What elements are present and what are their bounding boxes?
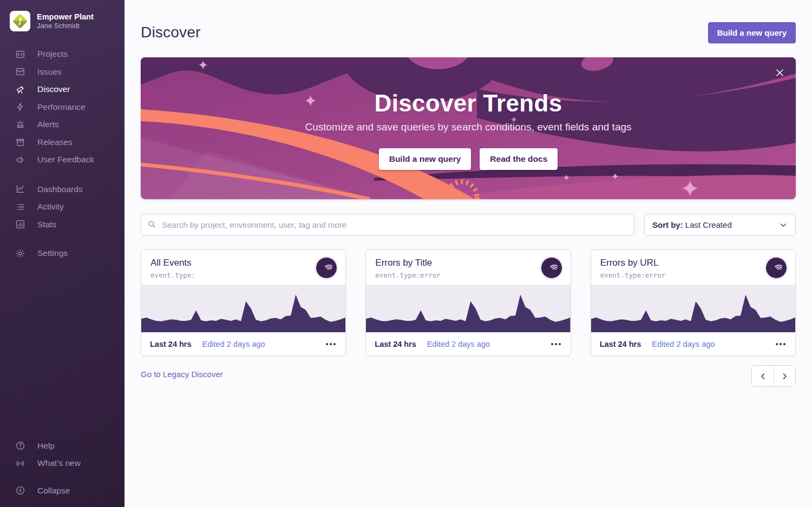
nav-section-divider xyxy=(0,233,125,245)
chevron-down-icon xyxy=(779,221,788,229)
close-icon xyxy=(775,68,785,78)
banner-title: Discover Trends xyxy=(375,90,562,117)
sidebar-item-whats-new[interactable]: What’s new xyxy=(0,455,125,472)
chevron-left-icon xyxy=(759,372,767,380)
card-edited-link[interactable]: Edited 2 days ago xyxy=(652,340,715,348)
ellipsis-menu-button[interactable] xyxy=(550,340,562,348)
broadcast-icon xyxy=(15,458,25,469)
search-input[interactable] xyxy=(141,214,634,236)
org-user-name: Jane Schmidt xyxy=(37,22,94,30)
card-title: All Events xyxy=(150,258,195,268)
chevron-right-icon xyxy=(781,372,789,380)
bar-chart-icon xyxy=(15,219,25,230)
sidebar-item-user-feedback[interactable]: User Feedback xyxy=(0,151,125,169)
megaphone-icon xyxy=(15,154,25,165)
sidebar-item-stats[interactable]: Stats xyxy=(0,216,125,234)
query-card-all-events[interactable]: All Events event.type: Last 24 hrs Edite… xyxy=(141,249,346,356)
chevron-left-circle-icon xyxy=(15,485,25,496)
card-footer: Last 24 hrs Edited 2 days ago xyxy=(591,332,795,355)
ellipsis-menu-button[interactable] xyxy=(775,340,787,348)
next-page-button[interactable] xyxy=(774,366,795,386)
gear-icon xyxy=(15,248,25,259)
query-card-errors-by-title[interactable]: Errors by Title event.type:error Last 24… xyxy=(365,249,571,356)
sidebar-item-label: User Feedback xyxy=(37,155,94,164)
sidebar-item-dashboards[interactable]: Dashboards xyxy=(0,181,125,199)
card-query: event.type:error xyxy=(600,271,665,279)
sidebar-item-label: Projects xyxy=(37,49,68,59)
card-title: Errors by Title xyxy=(375,258,440,268)
sidebar-item-help[interactable]: Help xyxy=(0,437,125,455)
sidebar-item-alerts[interactable]: Alerts xyxy=(0,116,125,134)
card-header: Errors by URL event.type:error xyxy=(591,250,795,285)
banner-buttons: Build a new query Read the docs xyxy=(379,148,558,170)
issues-icon xyxy=(15,67,25,77)
question-circle-icon xyxy=(15,440,25,451)
card-edited-link[interactable]: Edited 2 days ago xyxy=(202,340,265,348)
discover-trends-banner: Discover Trends Customize and save queri… xyxy=(141,57,796,199)
sidebar-nav: Projects Issues Discover Performance Ale… xyxy=(0,45,125,262)
previous-page-button[interactable] xyxy=(752,366,774,386)
org-switcher[interactable]: Empower Plant Jane Schmidt xyxy=(0,9,125,37)
line-chart-icon xyxy=(15,184,25,195)
ellipsis-menu-button[interactable] xyxy=(325,340,337,348)
projects-icon xyxy=(15,49,25,60)
card-header-text: Errors by URL event.type:error xyxy=(600,258,665,279)
sidebar-item-label: Help xyxy=(37,441,55,451)
sidebar-item-label: Dashboards xyxy=(37,185,83,194)
sort-value: Last Created xyxy=(683,220,732,229)
org-name: Empower Plant xyxy=(37,12,94,22)
card-header: All Events event.type: xyxy=(141,250,345,285)
banner-subtitle: Customize and save queries by search con… xyxy=(305,121,631,133)
sidebar-item-label: Alerts xyxy=(37,120,59,129)
nav-section-divider xyxy=(0,169,125,181)
sidebar-item-performance[interactable]: Performance xyxy=(0,98,125,116)
card-header-text: All Events event.type: xyxy=(150,258,195,279)
card-edited-link[interactable]: Edited 2 days ago xyxy=(427,340,490,348)
list-icon xyxy=(15,201,25,212)
banner-close-button[interactable] xyxy=(771,64,788,81)
card-query: event.type:error xyxy=(375,271,440,279)
sort-text: Sort by: Last Created xyxy=(652,220,732,229)
org-names: Empower Plant Jane Schmidt xyxy=(37,12,94,30)
sentry-avatar-icon xyxy=(316,258,337,278)
banner-build-query-button[interactable]: Build a new query xyxy=(379,148,472,170)
query-card-errors-by-url[interactable]: Errors by URL event.type:error Last 24 h… xyxy=(591,249,796,356)
sidebar-item-label: Issues xyxy=(37,67,62,77)
card-sparkline-chart xyxy=(591,285,795,332)
sort-label: Sort by: xyxy=(652,220,683,229)
sidebar-item-label: Discover xyxy=(37,84,70,94)
card-sparkline-chart xyxy=(366,285,570,332)
card-timeframe: Last 24 hrs xyxy=(375,340,416,348)
banner-read-docs-button[interactable]: Read the docs xyxy=(480,148,558,170)
search-wrap xyxy=(141,214,634,236)
sidebar-item-activity[interactable]: Activity xyxy=(0,198,125,216)
sidebar-item-label: Performance xyxy=(37,102,86,112)
bottom-row: Go to Legacy Discover xyxy=(141,365,796,387)
empower-plant-gem-icon xyxy=(12,14,28,29)
toolbar: Sort by: Last Created xyxy=(141,214,796,236)
pagination xyxy=(751,365,796,387)
card-footer: Last 24 hrs Edited 2 days ago xyxy=(141,332,345,355)
legacy-discover-link[interactable]: Go to Legacy Discover xyxy=(141,370,223,379)
sidebar-item-projects[interactable]: Projects xyxy=(0,45,125,63)
lightning-icon xyxy=(15,102,25,113)
card-timeframe: Last 24 hrs xyxy=(600,340,641,348)
page-header: Discover Build a new query xyxy=(141,21,796,44)
siren-icon xyxy=(15,119,25,130)
sidebar-item-label: Settings xyxy=(37,248,68,258)
sidebar-item-settings[interactable]: Settings xyxy=(0,245,125,262)
sidebar-item-discover[interactable]: Discover xyxy=(0,81,125,98)
main-content: Discover Build a new query xyxy=(125,0,812,507)
saved-query-cards: All Events event.type: Last 24 hrs Edite… xyxy=(141,249,796,356)
sidebar-item-label: Collapse xyxy=(37,486,70,496)
sidebar-item-issues[interactable]: Issues xyxy=(0,63,125,81)
sidebar-item-label: Releases xyxy=(37,137,73,147)
sidebar-item-collapse[interactable]: Collapse xyxy=(0,482,125,500)
build-new-query-button[interactable]: Build a new query xyxy=(708,22,796,43)
sort-dropdown[interactable]: Sort by: Last Created xyxy=(644,214,796,236)
org-logo xyxy=(10,11,30,31)
search-icon xyxy=(147,220,156,231)
card-header: Errors by Title event.type:error xyxy=(366,250,570,285)
sentry-avatar-icon xyxy=(766,258,787,278)
sidebar-item-releases[interactable]: Releases xyxy=(0,134,125,152)
